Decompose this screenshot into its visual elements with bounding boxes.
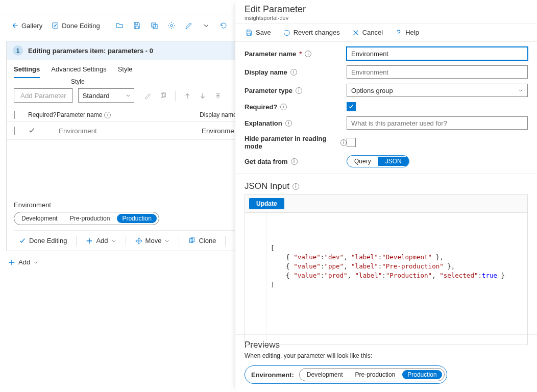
label-display-name: Display name	[245, 68, 287, 76]
svg-point-3	[170, 24, 172, 27]
panel-cancel-label: Cancel	[362, 29, 383, 36]
param-name-input[interactable]	[347, 47, 528, 60]
clone-step-label: Clone	[199, 237, 216, 244]
move-up-icon[interactable]	[181, 89, 194, 103]
panel-title: Edit Parameter	[245, 4, 528, 15]
save-icon[interactable]	[129, 17, 145, 34]
done-editing-button[interactable]: Done Editing	[47, 20, 104, 32]
tab-settings[interactable]: Settings	[14, 65, 40, 78]
move-down-icon[interactable]	[196, 89, 209, 103]
move-icon	[135, 237, 142, 244]
tab-advanced-settings[interactable]: Advanced Settings	[51, 65, 106, 78]
env-option[interactable]: Pre-production	[65, 214, 115, 223]
open-icon[interactable]	[111, 17, 128, 34]
param-type-select[interactable]: Options group	[347, 84, 528, 97]
param-type-value: Options group	[351, 87, 393, 94]
preview-option[interactable]: Development	[302, 370, 348, 379]
chevron-down-icon[interactable]	[198, 17, 214, 34]
info-icon[interactable]: i	[104, 112, 111, 118]
chevron-down-icon	[33, 260, 38, 265]
done-editing-label: Done Editing	[62, 22, 100, 30]
arrow-left-icon	[11, 22, 18, 29]
clone-step-button[interactable]: Clone	[183, 235, 221, 247]
label-hide-param: Hide parameter in reading mode	[245, 135, 337, 150]
panel-revert-button[interactable]: Revert changes	[278, 27, 345, 38]
revert-icon	[283, 29, 290, 36]
info-icon[interactable]: i	[280, 104, 287, 110]
panel-save-button[interactable]: Save	[240, 27, 276, 38]
row-checkbox[interactable]	[14, 127, 15, 135]
help-icon	[395, 29, 402, 36]
preview-option[interactable]: Pre-production	[350, 370, 401, 379]
chevron-down-icon	[518, 88, 523, 93]
row-name-input[interactable]	[57, 124, 200, 137]
info-icon[interactable]: i	[285, 120, 292, 127]
settings-gear-icon[interactable]	[163, 17, 180, 34]
info-icon[interactable]: i	[291, 158, 298, 165]
info-icon[interactable]: i	[305, 51, 311, 57]
panel-revert-label: Revert changes	[294, 29, 340, 36]
label-param-name: Parameter name	[245, 50, 296, 58]
info-icon[interactable]: i	[290, 69, 297, 76]
save-icon	[246, 29, 253, 36]
done-editing-step-label: Done Editing	[29, 237, 67, 244]
clone-icon	[188, 237, 196, 244]
check-icon	[19, 237, 26, 244]
left-preview-options: DevelopmentPre-productionProduction	[14, 212, 159, 225]
refresh-icon[interactable]	[215, 17, 232, 34]
plus-icon	[86, 237, 93, 244]
label-param-type: Parameter type	[245, 87, 292, 94]
add-parameter-button[interactable]: Add Parameter	[14, 88, 73, 103]
edit-pencil-icon[interactable]	[181, 17, 197, 34]
panel-subtitle: insightsportal-dev	[245, 15, 528, 21]
preview-parameter-label: Environment:	[251, 371, 294, 379]
edit-parameter-panel: Edit Parameter insightsportal-dev Save R…	[235, 0, 537, 392]
move-top-icon[interactable]	[211, 89, 225, 103]
get-data-json-option[interactable]: JSON	[378, 157, 409, 166]
svg-rect-2	[153, 24, 157, 29]
env-option[interactable]: Development	[16, 214, 63, 223]
panel-help-button[interactable]: Help	[390, 27, 424, 38]
label-explanation: Explanation	[245, 119, 282, 127]
svg-rect-1	[152, 23, 156, 27]
json-input-heading: JSON Input	[245, 181, 289, 191]
chevron-down-icon	[164, 238, 169, 243]
done-editing-step-button[interactable]: Done Editing	[14, 235, 72, 247]
move-step-button[interactable]: Move	[130, 235, 175, 247]
add-item-label: Add	[18, 258, 30, 266]
select-all-checkbox[interactable]	[14, 111, 15, 119]
chevron-down-icon	[126, 93, 131, 98]
required-checkbox[interactable]	[347, 102, 356, 111]
json-update-button[interactable]: Update	[249, 198, 284, 209]
edit-row-icon[interactable]	[141, 89, 155, 103]
chevron-down-icon	[111, 238, 116, 243]
env-option[interactable]: Production	[117, 214, 156, 223]
gallery-button[interactable]: Gallery	[7, 20, 46, 32]
json-editor[interactable]: [ { "value":"dev", "label":"Development"…	[245, 212, 528, 345]
row-required-check-icon	[28, 127, 57, 134]
preview-option[interactable]: Production	[402, 370, 442, 379]
panel-cancel-button[interactable]: Cancel	[347, 27, 388, 38]
preview-parameter-control: Environment: DevelopmentPre-productionPr…	[245, 365, 447, 384]
save-copy-icon[interactable]	[146, 17, 162, 34]
explanation-input[interactable]	[347, 116, 528, 130]
hide-param-checkbox[interactable]	[347, 138, 356, 147]
get-data-toggle: Query JSON	[347, 155, 409, 167]
json-editor-toolbar: Update	[245, 194, 528, 212]
tab-style[interactable]: Style	[118, 65, 133, 78]
panel-toolbar: Save Revert changes Cancel Help	[235, 23, 537, 42]
move-step-label: Move	[145, 237, 162, 244]
info-icon[interactable]: i	[340, 139, 347, 146]
label-get-data: Get data from	[245, 158, 288, 165]
copy-row-icon[interactable]	[157, 89, 170, 103]
style-select[interactable]: Standard	[78, 88, 134, 103]
info-icon[interactable]: i	[296, 87, 302, 94]
previews-hint: When editing, your parameter will look l…	[245, 352, 528, 359]
get-data-query-option[interactable]: Query	[347, 157, 378, 166]
add-step-button[interactable]: Add	[81, 235, 121, 247]
plus-icon	[8, 259, 15, 266]
step-number-badge: 1	[13, 45, 23, 56]
info-icon[interactable]: i	[292, 183, 299, 190]
display-name-input[interactable]	[347, 65, 528, 79]
panel-save-label: Save	[256, 29, 271, 36]
